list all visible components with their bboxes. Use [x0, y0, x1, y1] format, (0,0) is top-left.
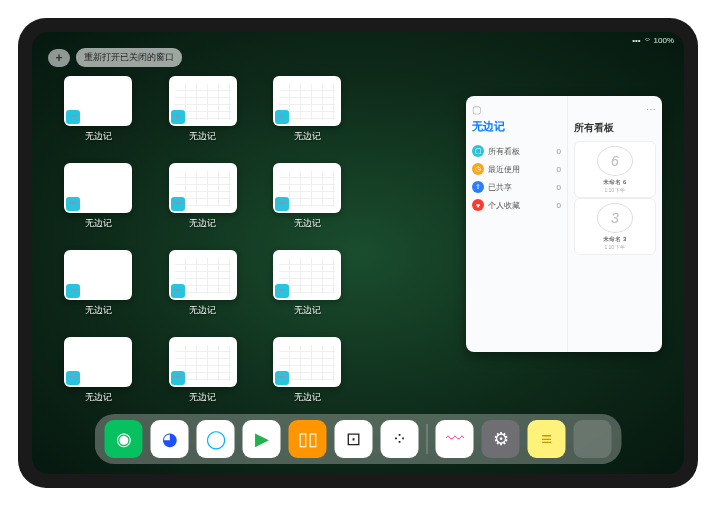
- stage-card[interactable]: 无边记: [165, 337, 242, 404]
- dice-icon[interactable]: ⊡: [335, 420, 373, 458]
- row-label: 所有看板: [488, 146, 520, 157]
- top-controls: + 重新打开已关闭的窗口: [48, 48, 182, 67]
- wifi-icon: ⌔: [645, 36, 650, 45]
- wechat-icon[interactable]: ◉: [105, 420, 143, 458]
- board-sketch: 6: [597, 146, 633, 176]
- row-icon: ◷: [472, 163, 484, 175]
- quark-icon[interactable]: ◕: [151, 420, 189, 458]
- card-label: 无边记: [294, 130, 321, 143]
- card-thumb: [169, 163, 237, 213]
- row-icon: ♥: [472, 199, 484, 211]
- row-count: 0: [556, 147, 560, 156]
- play-icon[interactable]: ▶: [243, 420, 281, 458]
- freeform-icon: [171, 284, 185, 298]
- sidebar-item[interactable]: ⇧已共享0: [472, 178, 561, 196]
- card-thumb: [169, 250, 237, 300]
- card-label: 无边记: [85, 391, 112, 404]
- notes-icon[interactable]: ≡: [528, 420, 566, 458]
- stage-card[interactable]: 无边记: [60, 163, 137, 230]
- card-label: 无边记: [85, 304, 112, 317]
- freeform-icon: [275, 110, 289, 124]
- card-label: 无边记: [294, 217, 321, 230]
- card-label: 无边记: [294, 304, 321, 317]
- card-thumb: [273, 76, 341, 126]
- board-sketch: 3: [597, 203, 633, 233]
- dots-icon[interactable]: ⁘: [381, 420, 419, 458]
- panel-right-title: 所有看板: [574, 121, 656, 135]
- card-thumb: [273, 337, 341, 387]
- reopen-closed-window-button[interactable]: 重新打开已关闭的窗口: [76, 48, 182, 67]
- panel-sidebar: ▢ 无边记 ▢所有看板0◷最近使用0⇧已共享0♥个人收藏0: [466, 96, 568, 352]
- panel-title: 无边记: [472, 119, 561, 134]
- stage-card[interactable]: 无边记: [60, 337, 137, 404]
- new-window-button[interactable]: +: [48, 49, 70, 67]
- screen: ••• ⌔ 100% + 重新打开已关闭的窗口 无边记无边记无边记无边记无边记无…: [32, 32, 684, 474]
- board-card[interactable]: 3未命名 31.10 下午: [574, 198, 656, 255]
- board-card[interactable]: 6未命名 61.10 下午: [574, 141, 656, 198]
- sidebar-item[interactable]: ♥个人收藏0: [472, 196, 561, 214]
- card-label: 无边记: [189, 217, 216, 230]
- freeform-icon: [66, 284, 80, 298]
- card-thumb: [64, 337, 132, 387]
- row-icon: ⇧: [472, 181, 484, 193]
- status-bar: ••• ⌔ 100%: [632, 36, 674, 45]
- freeform-icon: [66, 197, 80, 211]
- card-thumb: [273, 163, 341, 213]
- freeform-icon: [171, 371, 185, 385]
- freeform-icon: [171, 197, 185, 211]
- freeform-icon: [66, 110, 80, 124]
- card-thumb: [169, 76, 237, 126]
- stage-card[interactable]: 无边记: [269, 337, 346, 404]
- card-thumb: [64, 163, 132, 213]
- books-icon[interactable]: ▯▯: [289, 420, 327, 458]
- card-label: 无边记: [189, 130, 216, 143]
- row-count: 0: [556, 165, 560, 174]
- board-name: 未命名 6: [603, 178, 626, 187]
- sidebar-item[interactable]: ◷最近使用0: [472, 160, 561, 178]
- board-name: 未命名 3: [603, 235, 626, 244]
- card-label: 无边记: [85, 217, 112, 230]
- card-thumb: [273, 250, 341, 300]
- dock-separator: [427, 424, 428, 454]
- row-label: 最近使用: [488, 164, 520, 175]
- row-label: 已共享: [488, 182, 512, 193]
- card-label: 无边记: [294, 391, 321, 404]
- freeform-icon: [66, 371, 80, 385]
- stage-card[interactable]: 无边记: [165, 250, 242, 317]
- sidebar-item[interactable]: ▢所有看板0: [472, 142, 561, 160]
- stage-card[interactable]: 无边记: [60, 250, 137, 317]
- freeform-icon[interactable]: 〰: [436, 420, 474, 458]
- stage-card[interactable]: 无边记: [165, 163, 242, 230]
- freeform-icon: [171, 110, 185, 124]
- row-icon: ▢: [472, 145, 484, 157]
- battery-label: 100%: [654, 36, 674, 45]
- qqbrowser-icon[interactable]: ◯: [197, 420, 235, 458]
- freeform-icon: [275, 197, 289, 211]
- card-thumb: [64, 250, 132, 300]
- stage-card[interactable]: 无边记: [60, 76, 137, 143]
- card-thumb: [64, 76, 132, 126]
- app-library-icon[interactable]: [574, 420, 612, 458]
- signal-icon: •••: [632, 36, 640, 45]
- stage-card[interactable]: 无边记: [269, 163, 346, 230]
- stage-card[interactable]: 无边记: [165, 76, 242, 143]
- board-sub: 1.10 下午: [604, 244, 625, 250]
- stage-manager-grid: 无边记无边记无边记无边记无边记无边记无边记无边记无边记无边记无边记无边记: [60, 76, 450, 404]
- panel-content: ⋯ 所有看板 6未命名 61.10 下午3未命名 31.10 下午: [568, 96, 662, 352]
- app-panel: ▢ 无边记 ▢所有看板0◷最近使用0⇧已共享0♥个人收藏0 ⋯ 所有看板 6未命…: [466, 96, 662, 352]
- dock: ◉◕◯▶▯▯⊡⁘〰⚙≡: [95, 414, 622, 464]
- row-count: 0: [556, 183, 560, 192]
- row-label: 个人收藏: [488, 200, 520, 211]
- panel-more-icon[interactable]: ⋯: [574, 104, 656, 115]
- stage-card[interactable]: 无边记: [269, 250, 346, 317]
- stage-card[interactable]: 无边记: [269, 76, 346, 143]
- row-count: 0: [556, 201, 560, 210]
- card-label: 无边记: [189, 304, 216, 317]
- ipad-device: ••• ⌔ 100% + 重新打开已关闭的窗口 无边记无边记无边记无边记无边记无…: [18, 18, 698, 488]
- sidebar-toggle-icon[interactable]: ▢: [472, 104, 561, 115]
- card-thumb: [169, 337, 237, 387]
- card-label: 无边记: [189, 391, 216, 404]
- freeform-icon: [275, 371, 289, 385]
- card-label: 无边记: [85, 130, 112, 143]
- settings-icon[interactable]: ⚙: [482, 420, 520, 458]
